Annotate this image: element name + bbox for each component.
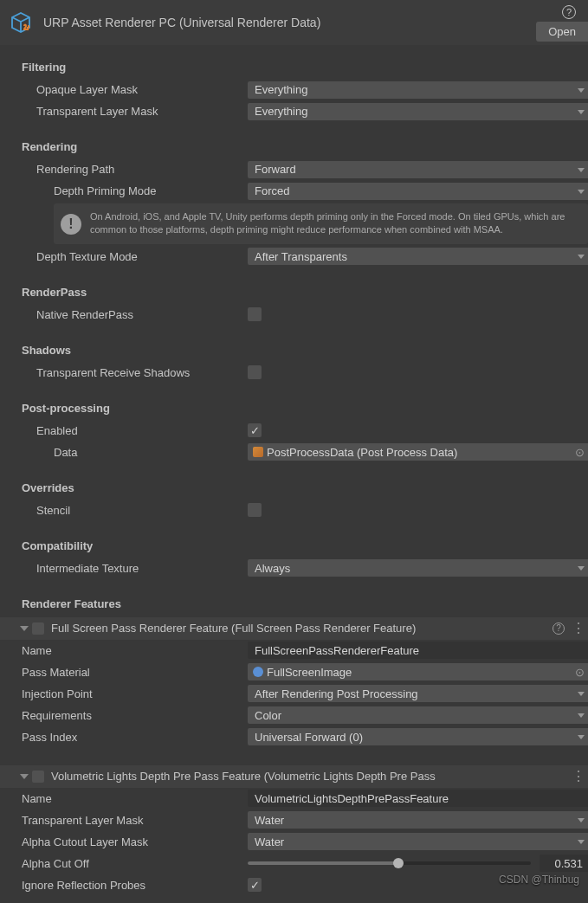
info-box: ! On Android, iOS, and Apple TV, Unity p… [54,203,588,244]
f2-name-label: Name [22,792,248,805]
help-icon[interactable]: ? [552,622,565,635]
pp-enabled-checkbox[interactable] [248,423,262,437]
kebab-menu-icon[interactable]: ⋮ [572,620,585,636]
stencil-label: Stencil [36,504,248,517]
intermediate-texture-label: Intermediate Texture [36,562,248,575]
f1-injection-dropdown[interactable]: After Rendering Post Processing [248,685,588,702]
f1-passindex-dropdown[interactable]: Universal Forward (0) [248,728,588,745]
warning-icon: ! [61,214,81,235]
depth-priming-dropdown[interactable]: Forced [248,183,588,200]
f2-irp-label: Ignore Reflection Probes [22,879,248,892]
f2-aclm-dropdown[interactable]: Water [248,833,588,850]
f2-irp-checkbox[interactable] [248,878,262,892]
f1-name-label: Name [22,644,248,657]
f1-injection-label: Injection Point [22,687,248,700]
section-renderpass: RenderPass [0,281,588,304]
postprocess-asset-icon [253,447,263,457]
section-postprocessing: Post-processing [0,397,588,420]
help-icon[interactable]: ? [562,5,576,19]
feature-enable-checkbox[interactable] [32,622,44,635]
feature-enable-checkbox[interactable] [32,771,44,783]
pp-data-label: Data [54,446,248,459]
rendering-path-dropdown[interactable]: Forward [248,161,588,178]
f1-passindex-label: Pass Index [22,731,248,744]
f1-material-label: Pass Material [22,666,248,679]
f2-tlm-label: Transparent Layer Mask [22,814,248,827]
asset-title: URP Asset Renderer PC (Universal Rendere… [43,16,581,29]
feature-volumetric-header[interactable]: Volumetric Lights Depth Pre Pass Feature… [0,765,588,788]
open-button[interactable]: Open [536,22,588,42]
opaque-mask-label: Opaque Layer Mask [36,83,248,96]
stencil-checkbox[interactable] [248,503,262,517]
feature-title: Full Screen Pass Renderer Feature (Full … [51,622,552,635]
slider-handle[interactable] [393,858,404,868]
material-icon [253,667,263,677]
pp-data-value: PostProcessData (Post Process Data) [267,446,457,459]
pp-data-field[interactable]: PostProcessData (Post Process Data) [248,443,588,461]
depth-priming-label: Depth Priming Mode [54,184,248,197]
f1-material-field[interactable]: FullScreenImage [248,663,588,680]
section-rendering: Rendering [0,135,588,158]
section-renderer-features: Renderer Features [0,592,588,616]
section-filtering: Filtering [0,55,588,79]
depth-texture-dropdown[interactable]: After Transparents [248,248,588,265]
foldout-icon[interactable] [20,626,29,631]
f2-tlm-dropdown[interactable]: Water [248,811,588,829]
feature-title: Volumetric Lights Depth Pre Pass Feature… [51,770,572,783]
section-compatibility: Compatibility [0,534,588,558]
kebab-menu-icon[interactable]: ⋮ [572,768,585,784]
transparent-mask-label: Transparent Layer Mask [36,105,248,118]
pp-enabled-label: Enabled [36,424,248,437]
native-renderpass-label: Native RenderPass [36,308,248,321]
f2-alphacutoff-slider[interactable] [248,861,531,865]
transparent-shadows-checkbox[interactable] [248,365,262,379]
f1-requirements-label: Requirements [22,709,248,722]
section-overrides: Overrides [0,476,588,500]
f1-name-input[interactable]: FullScreenPassRendererFeature [248,642,588,659]
f1-material-value: FullScreenImage [267,666,352,679]
intermediate-texture-dropdown[interactable]: Always [248,559,588,577]
feature-fullscreen-header[interactable]: Full Screen Pass Renderer Feature (Full … [0,617,588,640]
inspector-header: URP Asset Renderer PC (Universal Rendere… [0,0,588,45]
info-text: On Android, iOS, and Apple TV, Unity per… [90,210,581,237]
section-shadows: Shadows [0,339,588,362]
depth-texture-label: Depth Texture Mode [36,250,248,263]
native-renderpass-checkbox[interactable] [248,307,262,321]
rendering-path-label: Rendering Path [36,163,248,176]
watermark: CSDN @Thinbug [499,874,579,886]
transparent-mask-dropdown[interactable]: Everything [248,103,588,120]
asset-icon [7,9,35,36]
f2-aclm-label: Alpha Cutout Layer Mask [22,835,248,848]
f2-alphacutoff-label: Alpha Cut Off [22,857,248,870]
opaque-mask-dropdown[interactable]: Everything [248,81,588,99]
f1-requirements-dropdown[interactable]: Color [248,706,588,724]
foldout-icon[interactable] [20,774,29,779]
f2-name-input[interactable]: VolumetricLightsDepthPrePassFeature [248,790,588,807]
f2-alphacutoff-value[interactable]: 0.531 [540,855,588,872]
transparent-shadows-label: Transparent Receive Shadows [36,366,248,379]
